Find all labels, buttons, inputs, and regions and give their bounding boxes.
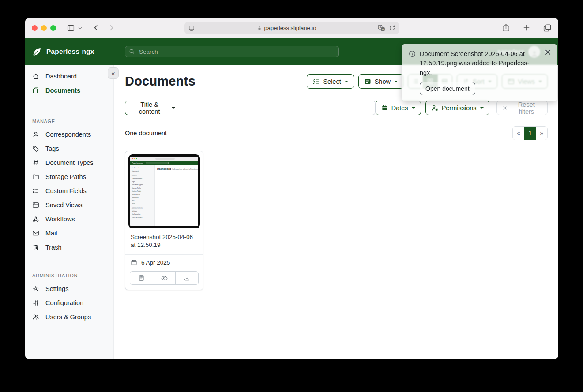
card-text-icon [364, 78, 371, 85]
sidebar-collapse-button[interactable]: « [108, 67, 119, 79]
sidebar-item-trash[interactable]: Trash [25, 240, 113, 254]
sidebar-item-documents[interactable]: Documents [25, 83, 113, 97]
sidebar-section-manage: MANAGE [32, 119, 106, 124]
sidebar-item-mail[interactable]: Mail [25, 226, 113, 240]
select-dropdown-button[interactable]: Select [307, 74, 354, 89]
sidebar-item-label: Document Types [45, 159, 94, 166]
open-document-button[interactable]: Open document [420, 82, 475, 95]
show-dropdown-button[interactable]: Show [358, 74, 403, 89]
feather-logo-icon [32, 47, 42, 57]
thumb-app-header: Paperless-ngx [130, 161, 198, 165]
list-check-icon [312, 78, 320, 85]
chevron-down-icon [394, 81, 398, 82]
url-bar[interactable]: paperless.sliplane.io Aa [184, 22, 399, 34]
filter-field-dropdown[interactable]: Title & content [125, 101, 181, 115]
sidebar-section-administration: ADMINISTRATION [32, 273, 106, 278]
page-settings-icon[interactable] [188, 25, 195, 32]
filter-text-input[interactable] [181, 101, 375, 115]
filter-field-label: Title & content [131, 101, 168, 115]
document-details-button[interactable] [130, 272, 153, 284]
document-title[interactable]: Screenshot 2025-04-06 at 12.50.19 [125, 228, 203, 255]
zoom-window-button[interactable] [50, 25, 56, 31]
document-actions [125, 270, 203, 290]
thumb-browser-toolbar [130, 157, 198, 161]
global-search[interactable] [125, 46, 339, 57]
tab-overview-icon[interactable] [543, 24, 552, 32]
toast-close-icon[interactable] [543, 48, 553, 57]
envelope-icon [32, 230, 39, 237]
gear-icon [32, 285, 39, 292]
close-window-button[interactable] [32, 25, 38, 31]
browser-window: paperless.sliplane.io Aa [25, 18, 558, 359]
x-icon [502, 105, 508, 111]
dates-dropdown-button[interactable]: Dates [376, 101, 421, 115]
sidebar-item-label: Documents [45, 87, 80, 94]
back-button[interactable] [92, 24, 100, 32]
sidebar-item-tags[interactable]: Tags [25, 142, 113, 156]
thumb-sidebar: Dashboard Documents MANAGE Correspondent… [130, 165, 155, 226]
search-icon [129, 49, 135, 55]
sidebar-item-label: Correspondents [45, 131, 91, 138]
show-label: Show [375, 78, 391, 85]
thumbnail-mac-window: Paperless-ngx Dashboard Documents MANAGE… [128, 154, 200, 228]
sidebar-item-saved-views[interactable]: Saved Views [25, 198, 113, 212]
pagination-next-button[interactable]: » [536, 127, 547, 140]
sidebar-item-correspondents[interactable]: Correspondents [25, 127, 113, 142]
document-download-button[interactable] [175, 272, 198, 284]
sidebar-item-workflows[interactable]: Workflows [25, 212, 113, 226]
svg-text:a: a [382, 27, 384, 30]
sidebar-item-label: Trash [45, 244, 62, 251]
folder-icon [32, 173, 39, 180]
sidebar-item-custom-fields[interactable]: Custom Fields [25, 184, 113, 198]
sidebar-item-document-types[interactable]: Document Types [25, 156, 113, 170]
calendar-icon [131, 259, 137, 266]
sidebar-item-label: Storage Paths [45, 173, 86, 180]
filter-bar: Title & content Dates Permissions [125, 101, 548, 115]
sidebar-item-label: Workflows [45, 216, 75, 223]
minimize-window-button[interactable] [41, 25, 47, 31]
select-label: Select [323, 78, 341, 85]
trash-icon [32, 244, 39, 251]
sidebar-item-users-groups[interactable]: Users & Groups [25, 310, 113, 324]
document-thumbnail[interactable]: Paperless-ngx Dashboard Documents MANAGE… [125, 151, 203, 228]
forward-button[interactable] [107, 24, 115, 32]
document-preview-button[interactable] [153, 272, 176, 284]
share-icon[interactable] [502, 23, 510, 32]
lock-icon [257, 25, 262, 31]
document-date: 6 Apr 2025 [141, 259, 170, 266]
sidebar-item-configuration[interactable]: Configuration [25, 296, 113, 310]
sidebar-item-label: Configuration [45, 299, 83, 306]
sidebar-item-storage-paths[interactable]: Storage Paths [25, 170, 113, 184]
permissions-label: Permissions [442, 105, 477, 112]
sidebar-toggle-icon[interactable] [67, 24, 75, 32]
permissions-dropdown-button[interactable]: Permissions [425, 101, 489, 115]
toast-message: Document Screenshot 2025-04-06 at 12.50.… [420, 49, 550, 78]
pagination-prev-button[interactable]: « [513, 127, 524, 140]
files-icon [32, 87, 39, 94]
sliders-icon [32, 299, 39, 306]
page-title: Documents [125, 74, 196, 89]
chevron-down-icon [172, 107, 175, 109]
tag-icon [32, 145, 39, 152]
translate-icon[interactable]: Aa [378, 25, 385, 31]
new-tab-icon[interactable] [523, 24, 530, 32]
reset-filters-button[interactable]: Reset filters [496, 101, 548, 115]
person-icon [32, 131, 39, 138]
sidebar-item-label: Users & Groups [45, 314, 91, 321]
ui-radios-icon [32, 187, 39, 194]
main-content: Documents Select Show [114, 65, 558, 359]
thumb-dashboard: Dashboard Hello paperless, welcome to Pa… [155, 165, 198, 226]
sidebar-item-dashboard[interactable]: Dashboard [25, 69, 113, 83]
sidebar-item-label: Saved Views [45, 202, 83, 209]
document-card[interactable]: Paperless-ngx Dashboard Documents MANAGE… [125, 151, 203, 290]
pagination: « 1 » [512, 126, 548, 140]
reload-icon[interactable] [389, 25, 395, 31]
tab-group-chevron-icon[interactable] [78, 26, 83, 30]
pagination-page-1-button[interactable]: 1 [524, 127, 536, 140]
search-input[interactable] [138, 48, 335, 56]
sidebar-item-label: Tags [45, 145, 59, 152]
reset-filters-label: Reset filters [511, 101, 542, 115]
window-controls [32, 25, 56, 31]
document-date-row: 6 Apr 2025 [125, 255, 203, 270]
sidebar-item-settings[interactable]: Settings [25, 282, 113, 296]
